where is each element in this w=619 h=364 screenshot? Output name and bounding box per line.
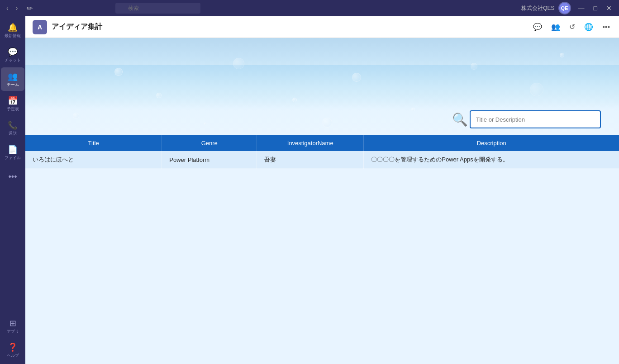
title-bar-right: 株式会社QES QE — □ ✕ bbox=[521, 2, 615, 14]
column-header-investigator: InvestigatorName bbox=[257, 135, 364, 151]
sidebar-item-chat[interactable]: 💬 チャット bbox=[1, 43, 24, 66]
apps-icon: ⊞ bbox=[10, 318, 16, 328]
cell-title: いろはにほへと bbox=[25, 151, 162, 169]
refresh-icon: ↺ bbox=[569, 23, 575, 31]
sidebar: 🔔 最新情報 💬 チャット 👥 チーム 📅 予定表 📞 通話 📄 ファイル ••… bbox=[0, 16, 25, 364]
window-controls: — □ ✕ bbox=[575, 4, 615, 13]
cell-investigator: 吾妻 bbox=[257, 151, 364, 169]
more-options-button[interactable]: ••• bbox=[600, 21, 612, 33]
sidebar-item-help[interactable]: ❓ ヘルプ bbox=[1, 338, 24, 362]
sidebar-item-label: チャット bbox=[5, 58, 21, 62]
cell-description: 〇〇〇〇を管理するためのPower Appsを開発する。 bbox=[364, 151, 619, 169]
bubble bbox=[411, 108, 415, 111]
teams-icon: 👥 bbox=[8, 71, 18, 81]
sidebar-item-label: チーム bbox=[7, 82, 19, 87]
title-bar-left: ‹ › ✏ bbox=[4, 3, 35, 14]
search-wrapper: 🔍 bbox=[115, 3, 441, 14]
app-header-right: 💬 👥 ↺ 🌐 ••• bbox=[531, 21, 612, 33]
calendar-icon: 📅 bbox=[8, 96, 18, 106]
app-title: アイディア集計 bbox=[52, 22, 102, 32]
app-logo: A bbox=[33, 20, 47, 34]
table-body: いろはにほへと Power Platform 吾妻 〇〇〇〇を管理するためのPo… bbox=[25, 151, 619, 169]
content-area: A アイディア集計 💬 👥 ↺ 🌐 ••• bbox=[25, 16, 619, 364]
search-main-icon: 🔍 bbox=[452, 112, 468, 127]
column-header-title: Title bbox=[25, 135, 162, 151]
help-icon: ❓ bbox=[8, 342, 18, 352]
sidebar-item-files[interactable]: 📄 ファイル bbox=[1, 141, 24, 164]
title-bar: ‹ › ✏ 🔍 株式会社QES QE — □ ✕ bbox=[0, 0, 619, 16]
more-icon: ••• bbox=[9, 172, 17, 182]
global-search-input[interactable] bbox=[115, 3, 200, 14]
bubble bbox=[352, 73, 361, 82]
forward-button[interactable]: › bbox=[13, 4, 21, 13]
participants-icon: 👥 bbox=[551, 23, 560, 31]
search-area: 🔍 bbox=[452, 110, 601, 128]
chat-icon: 💬 bbox=[8, 47, 18, 57]
main-content: 🔍 Title Genre InvestigatorName Descripti… bbox=[25, 38, 619, 364]
globe-icon: 🌐 bbox=[584, 23, 593, 31]
table-header: Title Genre InvestigatorName Description bbox=[25, 135, 619, 151]
table-row[interactable]: いろはにほへと Power Platform 吾妻 〇〇〇〇を管理するためのPo… bbox=[25, 151, 619, 169]
sidebar-item-label: ヘルプ bbox=[7, 353, 19, 358]
bubble bbox=[73, 113, 79, 119]
avatar[interactable]: QE bbox=[558, 2, 571, 14]
app-header-left: A アイディア集計 bbox=[33, 20, 102, 34]
globe-icon-button[interactable]: 🌐 bbox=[582, 21, 595, 33]
column-header-description: Description bbox=[364, 135, 619, 151]
sidebar-item-label: 予定表 bbox=[7, 107, 19, 111]
activity-icon: 🔔 bbox=[8, 23, 18, 33]
sidebar-item-label: ファイル bbox=[5, 156, 21, 160]
sidebar-item-calls[interactable]: 📞 通話 bbox=[1, 116, 24, 140]
sidebar-item-calendar[interactable]: 📅 予定表 bbox=[1, 92, 24, 115]
bubble bbox=[471, 63, 477, 70]
more-icon: ••• bbox=[602, 23, 610, 31]
back-button[interactable]: ‹ bbox=[4, 4, 11, 13]
bubble bbox=[156, 93, 162, 98]
bubble bbox=[114, 68, 123, 76]
column-header-genre: Genre bbox=[162, 135, 257, 151]
sidebar-item-teams[interactable]: 👥 チーム bbox=[1, 67, 24, 91]
files-icon: 📄 bbox=[8, 145, 18, 155]
data-table: Title Genre InvestigatorName Description… bbox=[25, 135, 619, 169]
table-header-row: Title Genre InvestigatorName Description bbox=[25, 135, 619, 151]
maximize-button[interactable]: □ bbox=[590, 4, 601, 13]
cell-genre: Power Platform bbox=[162, 151, 257, 169]
sidebar-item-label: アプリ bbox=[7, 329, 19, 334]
chat-icon-button[interactable]: 💬 bbox=[531, 21, 544, 33]
sidebar-item-label: 最新情報 bbox=[5, 33, 21, 38]
app-layout: 🔔 最新情報 💬 チャット 👥 チーム 📅 予定表 📞 通話 📄 ファイル ••… bbox=[0, 16, 619, 364]
company-name: 株式会社QES bbox=[521, 5, 554, 12]
bubble bbox=[204, 123, 206, 125]
close-button[interactable]: ✕ bbox=[603, 4, 615, 13]
chat-icon: 💬 bbox=[533, 23, 542, 31]
sidebar-item-activity[interactable]: 🔔 最新情報 bbox=[1, 19, 24, 42]
calls-icon: 📞 bbox=[8, 120, 18, 130]
compose-button[interactable]: ✏ bbox=[24, 3, 35, 14]
participants-icon-button[interactable]: 👥 bbox=[549, 21, 562, 33]
minimize-button[interactable]: — bbox=[575, 4, 588, 13]
sidebar-item-label: 通話 bbox=[9, 131, 17, 136]
bubble bbox=[530, 83, 543, 96]
sidebar-item-apps[interactable]: ⊞ アプリ bbox=[1, 314, 24, 338]
bubble bbox=[560, 53, 564, 57]
sidebar-item-more[interactable]: ••• bbox=[1, 165, 24, 189]
app-header: A アイディア集計 💬 👥 ↺ 🌐 ••• bbox=[25, 16, 619, 38]
bubble bbox=[322, 118, 332, 128]
nav-buttons: ‹ › bbox=[4, 4, 20, 13]
sidebar-bottom: ⊞ アプリ ❓ ヘルプ bbox=[1, 314, 24, 362]
title-search-input[interactable] bbox=[470, 110, 601, 128]
refresh-icon-button[interactable]: ↺ bbox=[567, 21, 577, 33]
